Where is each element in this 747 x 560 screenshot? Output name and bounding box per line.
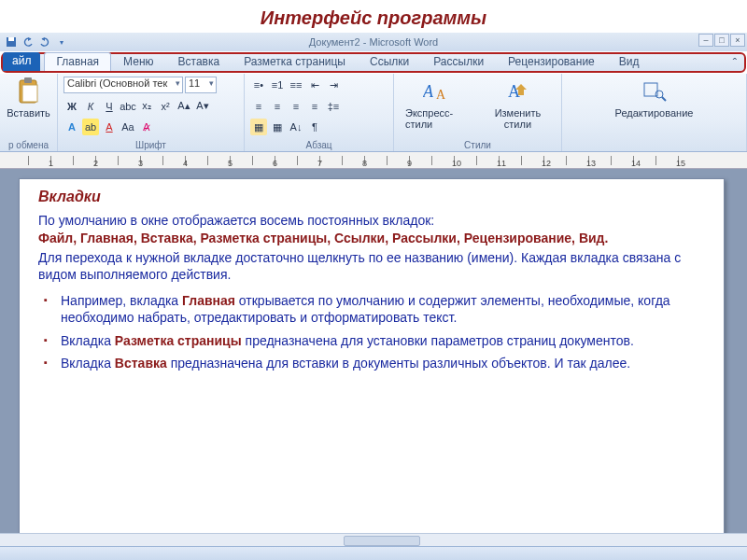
window-controls: – □ × <box>698 34 745 47</box>
list-item: Вкладка Разметка страницы предназначена … <box>61 332 705 349</box>
editing-button[interactable]: Редактирование <box>568 76 740 120</box>
group-label-styles: Стили <box>400 139 556 150</box>
quick-styles-label: Экспресс-стили <box>405 107 469 130</box>
svg-rect-3 <box>24 77 32 83</box>
window-title: Документ2 - Microsoft Word <box>309 36 438 48</box>
grow-font-icon[interactable]: A▴ <box>176 98 192 115</box>
doc-heading: Вкладки <box>38 189 705 205</box>
ribbon: Вставить р обмена Calibri (Основной тек … <box>0 74 747 152</box>
change-styles-button[interactable]: A Изменить стили <box>480 76 556 132</box>
svg-rect-4 <box>22 85 37 102</box>
numbering-button[interactable]: ≡1 <box>269 77 286 93</box>
ribbon-tabs: айл Главная Меню Вставка Разметка страни… <box>1 52 746 73</box>
tab-view[interactable]: Вид <box>607 52 652 71</box>
underline-button[interactable]: Ч <box>101 98 118 115</box>
horizontal-ruler[interactable]: 123456789101112131415 <box>0 152 747 169</box>
change-styles-icon: A <box>503 77 531 105</box>
align-left-button[interactable]: ≡ <box>250 98 267 115</box>
highlight-button[interactable]: ab <box>82 119 99 135</box>
doc-bullet-list: Например, вкладка Главная открывается по… <box>38 292 705 371</box>
quick-styles-icon: AA <box>423 77 451 105</box>
editing-label: Редактирование <box>615 107 694 119</box>
maximize-button[interactable]: □ <box>714 34 729 47</box>
group-label-font: Шрифт <box>63 139 238 150</box>
doc-intro: По умолчанию в окне отображается восемь … <box>38 213 705 228</box>
line-spacing-button[interactable]: ‡≡ <box>325 98 342 115</box>
minimize-button[interactable]: – <box>698 34 713 47</box>
clear-formatting-icon[interactable]: A̷ <box>138 119 155 135</box>
tab-insert[interactable]: Вставка <box>166 52 233 71</box>
shrink-font-icon[interactable]: A▾ <box>194 98 211 115</box>
horizontal-scrollbar[interactable] <box>0 533 747 546</box>
group-paragraph: ≡• ≡1 ≡≡ ⇤ ⇥ ≡ ≡ ≡ ≡ ‡≡ ▦ ▦ A↓ ¶ Абзац <box>245 74 394 151</box>
tab-file[interactable]: айл <box>3 52 40 71</box>
svg-rect-1 <box>8 37 14 41</box>
align-right-button[interactable]: ≡ <box>288 98 304 115</box>
redo-icon[interactable] <box>37 35 52 49</box>
multilevel-button[interactable]: ≡≡ <box>288 77 304 93</box>
justify-button[interactable]: ≡ <box>306 98 323 115</box>
document-area: Вкладки По умолчанию в окне отображается… <box>0 169 747 560</box>
text-effects-button[interactable]: A <box>63 119 80 135</box>
show-marks-button[interactable]: ¶ <box>306 119 323 135</box>
quick-access-toolbar: ▾ <box>4 35 69 49</box>
qat-more-icon[interactable]: ▾ <box>54 35 69 49</box>
group-label-paragraph: Абзац <box>250 139 388 150</box>
doc-tabs-list: Файл, Главная, Вставка, Разметка страниц… <box>38 230 705 247</box>
align-center-button[interactable]: ≡ <box>269 98 286 115</box>
paste-label: Вставить <box>7 107 50 119</box>
tab-mailings[interactable]: Рассылки <box>421 52 496 71</box>
sort-button[interactable]: A↓ <box>288 119 304 135</box>
group-font: Calibri (Основной тек 11 Ж К Ч abc x₂ x²… <box>58 74 245 151</box>
titlebar: ▾ Документ2 - Microsoft Word – □ × <box>0 33 747 51</box>
quick-styles-button[interactable]: AA Экспресс-стили <box>400 76 474 132</box>
doc-note: Для перехода к нужной вкладке достаточно… <box>38 249 705 283</box>
svg-line-10 <box>662 97 666 101</box>
status-bar <box>0 546 747 560</box>
undo-icon[interactable] <box>21 35 35 49</box>
shading-button[interactable]: ▦ <box>250 119 267 135</box>
group-editing: Редактирование <box>562 74 747 151</box>
font-size-select[interactable]: 11 <box>185 77 217 93</box>
group-clipboard: Вставить р обмена <box>0 74 58 151</box>
tab-home[interactable]: Главная <box>44 52 111 71</box>
change-case-button[interactable]: Aa <box>120 119 136 135</box>
svg-text:A: A <box>423 82 434 101</box>
borders-button[interactable]: ▦ <box>269 119 286 135</box>
slide-title: Интерфейс программы <box>0 0 747 33</box>
paste-button[interactable]: Вставить <box>6 76 51 120</box>
tab-references[interactable]: Ссылки <box>358 52 421 71</box>
save-icon[interactable] <box>4 35 19 49</box>
document-page: Вкладки По умолчанию в окне отображается… <box>19 178 725 552</box>
svg-text:A: A <box>436 88 446 102</box>
bold-button[interactable]: Ж <box>63 98 80 115</box>
font-color-button[interactable]: A <box>101 119 118 135</box>
bullets-button[interactable]: ≡• <box>250 77 267 93</box>
minimize-ribbon-icon[interactable]: ˆ <box>733 56 737 70</box>
list-item: Например, вкладка Главная открывается по… <box>61 292 705 326</box>
tab-menu[interactable]: Меню <box>111 52 165 71</box>
tab-page-layout[interactable]: Разметка страницы <box>232 52 358 71</box>
subscript-button[interactable]: x₂ <box>138 98 155 115</box>
strike-button[interactable]: abc <box>120 98 136 115</box>
decrease-indent-button[interactable]: ⇤ <box>306 77 323 93</box>
svg-point-9 <box>655 91 663 98</box>
tab-review[interactable]: Рецензирование <box>496 52 607 71</box>
clipboard-icon <box>15 77 43 105</box>
close-button[interactable]: × <box>730 34 745 47</box>
list-item: Вкладка Вставка предназначена для вставк… <box>61 355 705 371</box>
italic-button[interactable]: К <box>82 98 99 115</box>
increase-indent-button[interactable]: ⇥ <box>325 77 342 93</box>
group-label-editing <box>568 149 740 150</box>
group-label-clipboard: р обмена <box>6 139 51 150</box>
superscript-button[interactable]: x² <box>157 98 174 115</box>
group-styles: AA Экспресс-стили A Изменить стили Стили <box>394 74 562 151</box>
find-icon <box>641 77 669 105</box>
font-name-select[interactable]: Calibri (Основной тек <box>63 77 183 93</box>
change-styles-label: Изменить стили <box>486 107 550 130</box>
